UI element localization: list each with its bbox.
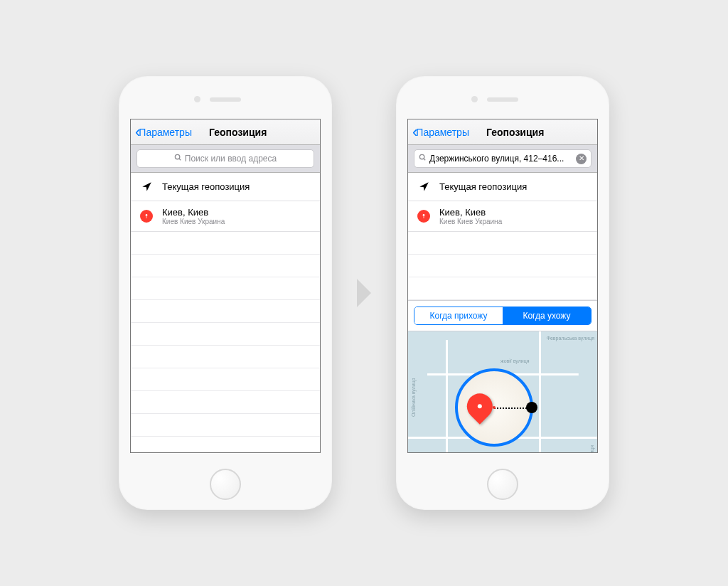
search-input[interactable]: Дзержинського вулиця, 412–416... ✕	[414, 149, 592, 168]
phone-speaker	[210, 97, 241, 102]
pin-icon	[417, 210, 431, 223]
segmented-control: Когда прихожу Когда ухожу	[408, 300, 597, 331]
screen-right: ‹ Параметры Геопозиция Дзержинського вул…	[407, 119, 598, 453]
row-sublabel: Киев Киев Украина	[439, 218, 502, 225]
svg-line-1	[179, 159, 181, 160]
map-view[interactable]: Февральська вулиця жовії вулиця Олійника…	[408, 331, 597, 453]
nav-bar: ‹ Параметры Геопозиция	[131, 119, 320, 145]
center-dot	[493, 406, 496, 409]
row-label: Киев, Киев	[439, 207, 502, 218]
empty-rows	[131, 232, 320, 453]
row-current-location[interactable]: Текущая геопозиция	[408, 173, 597, 201]
back-label: Параметры	[416, 127, 469, 138]
street-label: Кулібіна вулиця	[589, 445, 594, 453]
svg-rect-3	[146, 215, 147, 218]
empty-rows	[408, 232, 597, 300]
phone-mockup-left: ‹ Параметры Геопозиция Поиск или ввод ад…	[119, 76, 332, 510]
street-label: жовії вулиця	[500, 358, 529, 363]
row-current-location[interactable]: Текущая геопозиция	[131, 173, 320, 201]
svg-point-4	[419, 154, 424, 159]
clear-icon[interactable]: ✕	[576, 154, 587, 164]
svg-rect-7	[424, 215, 424, 218]
row-saved-location[interactable]: Киев, Киев Киев Киев Украина	[408, 201, 597, 232]
row-saved-location[interactable]: Киев, Киев Киев Киев Украина	[131, 201, 320, 232]
location-list: Текущая геопозиция Киев, Киев Киев Киев …	[408, 173, 597, 232]
back-button[interactable]: ‹ Параметры	[412, 124, 469, 140]
search-icon	[174, 154, 182, 164]
street-label: Олійника вулиця	[411, 378, 416, 417]
radius-handle[interactable]	[526, 402, 537, 413]
svg-point-0	[175, 154, 179, 159]
back-button[interactable]: ‹ Параметры	[135, 124, 192, 140]
phone-camera-dot	[471, 96, 478, 102]
screen-left: ‹ Параметры Геопозиция Поиск или ввод ад…	[130, 119, 321, 453]
back-label: Параметры	[139, 127, 192, 138]
segment-leave[interactable]: Когда ухожу	[503, 307, 591, 324]
row-sublabel: Киев Киев Украина	[162, 218, 225, 225]
location-list: Текущая геопозиция Киев, Киев Киев Киев …	[131, 173, 320, 232]
home-button[interactable]	[210, 469, 241, 500]
search-icon	[419, 154, 427, 164]
search-value: Дзержинського вулиця, 412–416...	[429, 154, 564, 164]
flow-arrow-icon	[353, 275, 375, 311]
phone-speaker	[487, 97, 518, 102]
nav-bar: ‹ Параметры Геопозиция	[408, 119, 597, 145]
row-label: Текущая геопозиция	[439, 181, 527, 192]
home-button[interactable]	[487, 469, 518, 500]
search-input[interactable]: Поиск или ввод адреса	[136, 149, 314, 168]
search-placeholder: Поиск или ввод адреса	[185, 154, 277, 164]
location-arrow-icon	[417, 181, 431, 192]
row-label: Текущая геопозиция	[162, 181, 250, 192]
street-label: Февральська вулиця	[547, 336, 594, 341]
pin-icon	[139, 210, 154, 223]
segment-arrive[interactable]: Когда прихожу	[414, 307, 503, 324]
search-bar-wrap: Поиск или ввод адреса	[131, 145, 320, 173]
row-label: Киев, Киев	[162, 207, 225, 218]
search-bar-wrap: Дзержинського вулиця, 412–416... ✕	[408, 145, 597, 173]
phone-mockup-right: ‹ Параметры Геопозиция Дзержинського вул…	[396, 76, 609, 510]
phone-camera-dot	[194, 96, 200, 102]
location-arrow-icon	[139, 181, 154, 192]
svg-line-5	[424, 159, 425, 160]
